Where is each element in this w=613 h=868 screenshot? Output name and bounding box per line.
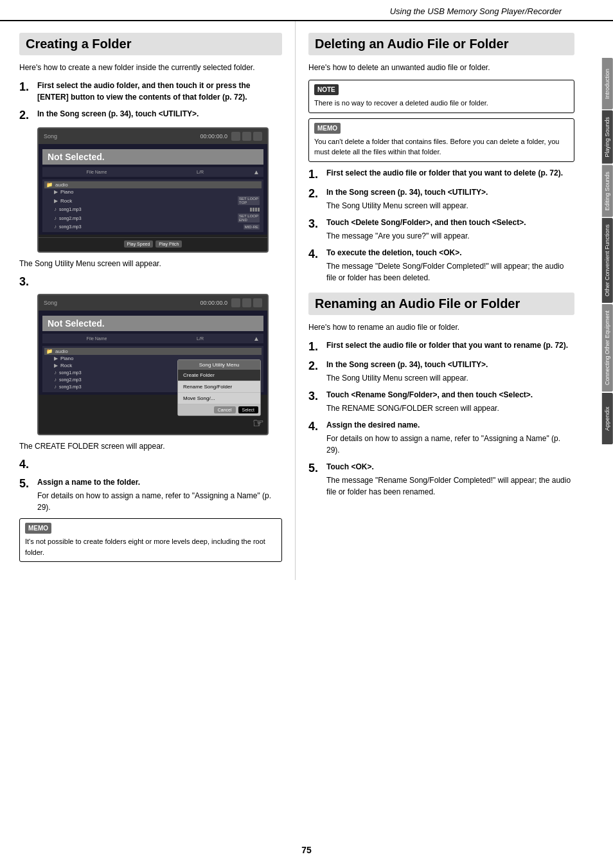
col-lr-2: L/R [148,336,252,341]
file-icon-song1-1: ♪ [54,206,57,212]
delete-step-2-content: In the Song screen (p. 34), touch <UTILI… [326,186,574,212]
delete-step-1-content: First select the audio file or folder th… [326,167,574,179]
screen-body-1: Not Selected. File Name L/R ▲ 📁 audio ▶ … [39,144,267,235]
rename-step-4-subtext: For details on how to assign a name, ref… [326,433,574,456]
file-name-song2-1: song2.mp3 [59,216,82,221]
rename-step-3-bold: Touch <Rename Song/Folder>, and then tou… [326,390,533,399]
rename-step-3-content: Touch <Rename Song/Folder>, and then tou… [326,389,574,414]
set-loop-top-1: SET LOOPTOP [238,196,260,205]
rename-step-2-bold: In the Song screen (p. 34), touch <UTILI… [326,360,488,369]
file-icon-song2-2: ♪ [54,377,57,383]
sidebar-tab-convenient[interactable]: Other Convenient Functions [602,218,613,303]
rename-step-4-content: Assign the desired name. For details on … [326,419,574,456]
delete-step-4-bold: To execute the deletion, touch <OK>. [326,248,461,257]
step-5-bold: Assign a name to the folder. [37,478,140,487]
right-memo-label: MEMO [314,123,341,134]
file-name-song1-1: song1.mp3 [59,207,82,212]
rename-step-1: 1. First select the audio file or folder… [308,339,574,354]
left-memo-box: MEMO It's not possible to create folders… [19,518,282,562]
rename-step-5-num: 5. [308,461,326,475]
folder-name-rock-1: Rock [60,198,72,204]
popup-select-button[interactable]: Select [238,406,258,413]
bars-rock-1: SET LOOPTOP [236,196,260,205]
screen-icon-box-6 [253,298,262,307]
screen-icon-box-4 [231,298,240,307]
progress-1b: 100% [250,251,265,253]
file-row-song2-1: ♪ song2.mp3 SET LOOPEND [44,213,262,223]
step-3: 3. [19,275,282,289]
scroll-up-2: ▲ [252,335,261,342]
delete-step-2-num: 2. [308,186,326,201]
file-row-piano-1: ▶ Piano [44,188,262,195]
step-4-num: 4. [19,457,37,471]
step-4-content [37,457,282,459]
screen-topbar-1: Song 00:00:00.0 [39,129,267,144]
left-memo-label: MEMO [25,523,51,534]
right-memo-text: You can't delete a folder that contains … [314,136,569,158]
file-name-song3-2: song3.mp3 [59,384,82,389]
screen-icons-2 [231,298,262,307]
screen-icons-1 [231,132,262,141]
delete-step-2-subtext: The Song Utility Menu screen will appear… [326,200,574,212]
popup-cancel-button[interactable]: Cancel [214,406,236,413]
step-1-num: 1. [19,80,37,94]
popup-item-create-folder[interactable]: Create Folder [178,370,260,381]
popup-item-move[interactable]: Move Song/... [178,393,260,404]
page-header: Using the USB Memory Song Player/Recorde… [0,0,613,21]
delete-section-intro: Here's how to delete an unwanted audio f… [308,62,574,73]
file-name-song2-2: song2.mp3 [59,377,82,382]
bar-4 [258,208,260,212]
step-5-content: Assign a name to the folder. For details… [37,476,282,513]
step-5-subtext: For details on how to assign a name, ref… [37,490,282,513]
rename-step-2-subtext: The Song Utility Menu screen will appear… [326,372,574,384]
col-lr-1: L/R [148,170,252,174]
folder-name-audio-2: audio [55,348,68,354]
sidebar-tab-appendix[interactable]: Appendix [602,393,613,444]
folder-icon-audio-1: 📁 [46,182,53,188]
left-column: Creating a Folder Here's how to create a… [0,21,296,580]
sidebar-tab-connecting[interactable]: Connecting Other Equipment [602,304,613,392]
file-row-song1-1: ♪ song1.mp3 [44,206,262,213]
folder-name-piano-2: Piano [60,356,73,361]
file-icon-song2-1: ♪ [54,215,57,221]
rename-step-1-num: 1. [308,339,326,354]
screen-time-2: 00:00:00.0 [200,300,227,306]
folder-icon-rock-1: ▶ [54,198,58,204]
sidebar-tab-editing[interactable]: Editing Sounds [602,165,613,217]
delete-step-1-bold: First select the audio file or folder th… [326,168,563,177]
sidebar-tabs: Introduction Playing Sounds Editing Soun… [602,58,613,444]
delete-section-title: Deleting an Audio File or Folder [308,33,574,55]
folder-name-rock-2: Rock [60,363,72,368]
delete-step-1: 1. First select the audio file or folder… [308,167,574,181]
bar-1 [250,208,252,212]
step-1-text: First select the audio folder, and then … [37,81,250,102]
delete-step-2: 2. In the Song screen (p. 34), touch <UT… [308,186,574,212]
after-screen2-text: The CREATE FOLDER screen will appear. [19,440,282,452]
sidebar-tab-introduction[interactable]: Introduction [602,58,613,109]
screen-col-headers-2: File Name L/R ▲ [42,334,263,343]
after-screen1-text: The Song Utility Menu screen will appear… [19,258,282,269]
step-2-content: In the Song screen (p. 34), touch <UTILI… [37,108,282,120]
screen-label-1: Song [44,133,57,140]
left-memo-text: It's not possible to create folders eigh… [25,536,276,557]
sidebar-tab-playing[interactable]: Playing Sounds [602,111,613,164]
screen-icon-box-5 [242,298,251,307]
delete-step-4: 4. To execute the deletion, touch <OK>. … [308,247,574,284]
screen-icon-box-2 [242,132,251,141]
popup-item-rename[interactable]: Rename Song/Folder [178,381,260,393]
col-filename-1: File Name [45,170,148,174]
folder-icon-piano-2: ▶ [54,356,58,361]
scroll-up-1: ▲ [252,168,261,176]
play-pitch-btn-1: Play Pitch [155,240,182,248]
play-speed-btn-1: Play Speed [124,240,154,248]
page-footer: 75 [0,845,613,855]
file-name-song3-1: song3.mp3 [59,224,82,229]
popup-title: Song Utility Menu [178,360,260,370]
rename-section-title: Renaming an Audio File or Folder [308,293,574,315]
delete-step-3-subtext: The message "Are you sure?" will appear. [326,230,574,242]
delete-step-2-bold: In the Song screen (p. 34), touch <UTILI… [326,188,488,197]
rename-step-2-num: 2. [308,359,326,373]
col-filename-2: File Name [45,336,148,341]
screen-icon-box-3 [253,132,262,141]
delete-step-3-bold: Touch <Delete Song/Folder>, and then tou… [326,218,526,227]
